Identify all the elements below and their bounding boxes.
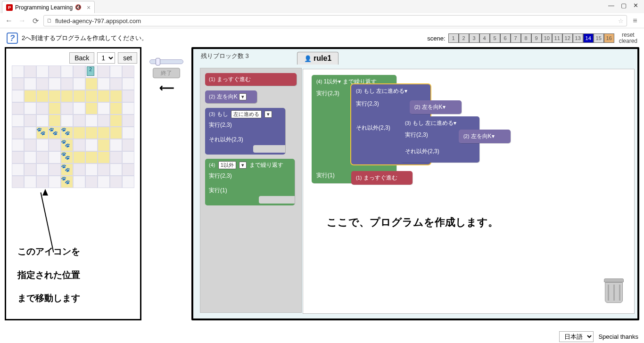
maze-cell: [24, 151, 36, 163]
scene-cell-15[interactable]: 15: [594, 33, 604, 43]
maze-cell: [49, 176, 61, 188]
maze-cell: [49, 163, 61, 176]
maze-cell: [110, 78, 122, 90]
arrow-left-icon: ⟵: [159, 82, 173, 94]
maze-cell: [24, 114, 36, 127]
maze-cell: [85, 139, 98, 151]
nav-forward-button[interactable]: →: [17, 16, 27, 26]
scene-cell-3[interactable]: 3: [469, 33, 479, 43]
scene-cell-14[interactable]: 14: [583, 33, 594, 43]
paw-icon: 🐾: [61, 176, 70, 185]
window-minimize-icon[interactable]: —: [608, 2, 614, 9]
back-button[interactable]: Back: [69, 52, 94, 64]
url-field[interactable]: 🗋 fluted-agency-797.appspot.com ☆: [43, 15, 627, 26]
browser-menu-icon[interactable]: ≡: [630, 16, 640, 26]
set-button[interactable]: set: [118, 52, 137, 64]
scene-cell-12[interactable]: 12: [562, 33, 573, 43]
count-select[interactable]: 1: [97, 52, 115, 64]
page-icon: 🗋: [47, 17, 52, 24]
maze-cell: [73, 127, 85, 139]
browser-tab[interactable]: P Programming Learning 🔇 ×: [2, 1, 95, 13]
maze-cell: [73, 78, 85, 90]
end-button[interactable]: 終了: [153, 68, 180, 78]
block-forward[interactable]: (1) まっすぐ進む: [205, 73, 297, 86]
block-palette: (1) まっすぐ進む (2) 左を向K▾ (3) もし 左に進める▾ 実行(2,…: [200, 68, 302, 313]
maze-cell: [122, 65, 134, 78]
maze-cell: [12, 90, 24, 102]
maze-cell: [49, 139, 61, 151]
help-icon[interactable]: ?: [7, 33, 18, 44]
maze-cell: [73, 151, 85, 163]
maze-cell: [36, 102, 49, 114]
maze-cell: [98, 127, 110, 139]
scene-cell-10[interactable]: 10: [542, 33, 552, 43]
goal-marker: 2: [87, 66, 94, 76]
window-close-icon[interactable]: ✕: [633, 2, 638, 9]
scene-cell-9[interactable]: 9: [531, 33, 542, 43]
workspace-panel: 残りブロック数 3 👤 rule1 (1) まっすぐ進む (2) 左を向K▾ (…: [191, 47, 639, 320]
maze-cell: [49, 102, 61, 114]
rule-tab-label: rule1: [314, 54, 331, 63]
maze-cell: [110, 176, 122, 188]
maze-cell: [98, 90, 110, 102]
paw-icon: 🐾: [61, 139, 70, 148]
special-thanks-link[interactable]: Special thanks: [598, 333, 638, 340]
maze-cell: [49, 151, 61, 163]
maze-cell: [12, 151, 24, 163]
scene-cell-7[interactable]: 7: [511, 33, 521, 43]
scene-cell-4[interactable]: 4: [479, 33, 490, 43]
scene-cell-6[interactable]: 6: [500, 33, 511, 43]
favicon: P: [6, 4, 13, 11]
scene-cell-2[interactable]: 2: [459, 33, 469, 43]
maze-cell: [85, 114, 98, 127]
maze-cell: [49, 65, 61, 78]
maze-cell: [73, 90, 85, 102]
block-turn-left[interactable]: (2) 左を向K▾: [205, 90, 257, 103]
maze-cell: [122, 102, 134, 114]
trash-icon[interactable]: [602, 278, 626, 307]
maze-cell: [24, 139, 36, 151]
maze-cell: [36, 114, 49, 127]
close-tab-icon[interactable]: ×: [87, 4, 91, 11]
canvas-block-forward[interactable]: (1) まっすぐ進む: [351, 171, 413, 185]
nav-reload-button[interactable]: ⟳: [30, 16, 41, 26]
maze-cell: [98, 139, 110, 151]
scene-cell-16[interactable]: 16: [604, 33, 614, 43]
maze-cell: [12, 65, 24, 78]
maze-cell: [98, 78, 110, 90]
window-maximize-icon[interactable]: ▢: [621, 2, 627, 9]
maze-cell: [24, 102, 36, 114]
bookmark-star-icon[interactable]: ☆: [618, 17, 624, 24]
scene-cell-13[interactable]: 13: [573, 33, 583, 43]
maze-cell: [61, 65, 73, 78]
maze-cell: [73, 176, 85, 188]
paw-icon: 🐾: [61, 163, 70, 173]
scene-cell-11[interactable]: 11: [552, 33, 562, 43]
maze-cell: [24, 127, 36, 139]
scene-cell-5[interactable]: 5: [490, 33, 500, 43]
canvas-block-turn-left[interactable]: (2) 左を向K▾: [410, 100, 462, 114]
maze-cell: [36, 139, 49, 151]
scene-cell-8[interactable]: 8: [521, 33, 531, 43]
language-select[interactable]: 日本語: [559, 331, 594, 342]
program-canvas[interactable]: (4) 1以外▾ まで繰り返す 実行(2,3) 実行(1) (3) もし 左に進…: [303, 69, 635, 314]
maze-cell: [12, 139, 24, 151]
maze-cell: [49, 90, 61, 102]
maze-cell: [85, 127, 98, 139]
mute-icon[interactable]: 🔇: [75, 4, 82, 10]
nav-back-button[interactable]: ←: [4, 16, 14, 26]
block-repeat[interactable]: (4) 1以外▾ まで繰り返す 実行(2,3) 実行(1): [205, 159, 295, 205]
speed-slider[interactable]: [149, 59, 183, 64]
rule-tab[interactable]: 👤 rule1: [297, 52, 339, 65]
scene-cell-1[interactable]: 1: [448, 33, 459, 43]
paw-icon: 🐾: [61, 127, 70, 136]
instruction-text: 2へ到達するプログラムを作成してください。: [22, 34, 148, 42]
maze-cell: [110, 114, 122, 127]
maze-cell: [110, 151, 122, 163]
maze-cell: [36, 176, 49, 188]
maze-cell: [85, 102, 98, 114]
player-icon: 🐾: [36, 127, 46, 136]
block-if[interactable]: (3) もし 左に進める▾ 実行(2,3) それ以外(2,3): [205, 108, 285, 154]
canvas-block-turn-left[interactable]: (2) 左を向K▾: [459, 130, 511, 143]
cleared-label: cleared: [619, 38, 637, 44]
